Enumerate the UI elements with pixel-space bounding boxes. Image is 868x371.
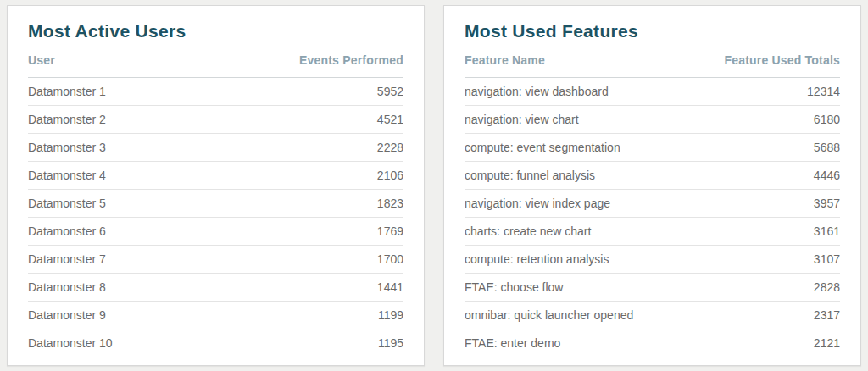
column-header-feature-used-totals: Feature Used Totals bbox=[653, 48, 841, 78]
row-label: Datamonster 2 bbox=[28, 106, 216, 134]
table-row: compute: funnel analysis4446 bbox=[465, 162, 840, 190]
row-value: 1769 bbox=[216, 218, 404, 246]
panel-title-most-used-features: Most Used Features bbox=[465, 21, 840, 42]
table-row: Datamonster 61769 bbox=[28, 218, 403, 246]
row-label: Datamonster 9 bbox=[28, 302, 216, 329]
row-label: FTAE: enter demo bbox=[465, 329, 653, 357]
table-header-row: Feature Name Feature Used Totals bbox=[465, 48, 840, 78]
table-row: Datamonster 71700 bbox=[28, 246, 403, 274]
row-label: charts: create new chart bbox=[465, 218, 653, 246]
row-value: 3957 bbox=[653, 190, 841, 218]
table-row: Datamonster 91199 bbox=[28, 302, 403, 329]
row-value: 5952 bbox=[216, 78, 404, 106]
table-header-row: User Events Performed bbox=[28, 48, 403, 78]
row-value: 4521 bbox=[216, 106, 404, 134]
row-label: Datamonster 6 bbox=[28, 218, 216, 246]
table-row: charts: create new chart3161 bbox=[465, 218, 840, 246]
dashboard: Most Active Users User Events Performed … bbox=[0, 0, 868, 371]
row-value: 2121 bbox=[653, 329, 841, 357]
row-value: 3161 bbox=[653, 218, 841, 246]
row-label: Datamonster 4 bbox=[28, 162, 216, 190]
table-row: Datamonster 15952 bbox=[28, 78, 403, 106]
table-row: Datamonster 32228 bbox=[28, 134, 403, 162]
row-label: Datamonster 8 bbox=[28, 274, 216, 302]
column-header-feature-name: Feature Name bbox=[465, 48, 653, 78]
table-row: compute: retention analysis3107 bbox=[465, 246, 840, 274]
row-label: navigation: view index page bbox=[465, 190, 653, 218]
row-label: Datamonster 10 bbox=[28, 329, 216, 357]
panel-most-active-users: Most Active Users User Events Performed … bbox=[7, 5, 425, 366]
row-label: Datamonster 3 bbox=[28, 134, 216, 162]
row-label: navigation: view chart bbox=[465, 106, 653, 134]
row-value: 2228 bbox=[216, 134, 404, 162]
row-label: omnibar: quick launcher opened bbox=[465, 302, 653, 329]
table-body: Datamonster 15952Datamonster 24521Datamo… bbox=[28, 78, 403, 357]
row-value: 1441 bbox=[216, 274, 404, 302]
table-row: navigation: view chart6180 bbox=[465, 106, 840, 134]
table-row: omnibar: quick launcher opened2317 bbox=[465, 302, 840, 329]
row-label: compute: event segmentation bbox=[465, 134, 653, 162]
table-row: Datamonster 101195 bbox=[28, 329, 403, 357]
table-row: Datamonster 42106 bbox=[28, 162, 403, 190]
table-row: navigation: view index page3957 bbox=[465, 190, 840, 218]
column-header-events-performed: Events Performed bbox=[216, 48, 404, 78]
table-row: Datamonster 81441 bbox=[28, 274, 403, 302]
table-row: Datamonster 24521 bbox=[28, 106, 403, 134]
row-value: 2106 bbox=[216, 162, 404, 190]
row-value: 5688 bbox=[653, 134, 841, 162]
table-row: FTAE: enter demo2121 bbox=[465, 329, 840, 357]
row-value: 2317 bbox=[653, 302, 841, 329]
row-label: compute: funnel analysis bbox=[465, 162, 653, 190]
row-label: Datamonster 1 bbox=[28, 78, 216, 106]
row-label: compute: retention analysis bbox=[465, 246, 653, 274]
most-active-users-table: User Events Performed Datamonster 15952D… bbox=[28, 48, 403, 357]
table-row: compute: event segmentation5688 bbox=[465, 134, 840, 162]
row-value: 1700 bbox=[216, 246, 404, 274]
row-value: 3107 bbox=[653, 246, 841, 274]
panel-title-most-active-users: Most Active Users bbox=[28, 21, 403, 42]
row-label: Datamonster 7 bbox=[28, 246, 216, 274]
row-value: 2828 bbox=[653, 274, 841, 302]
table-row: navigation: view dashboard12314 bbox=[465, 78, 840, 106]
row-label: FTAE: choose flow bbox=[465, 274, 653, 302]
row-value: 6180 bbox=[653, 106, 841, 134]
table-row: Datamonster 51823 bbox=[28, 190, 403, 218]
table-body: navigation: view dashboard12314navigatio… bbox=[465, 78, 840, 357]
panel-most-used-features: Most Used Features Feature Name Feature … bbox=[443, 5, 861, 366]
row-label: navigation: view dashboard bbox=[465, 78, 653, 106]
most-used-features-table: Feature Name Feature Used Totals navigat… bbox=[465, 48, 840, 357]
table-row: FTAE: choose flow2828 bbox=[465, 274, 840, 302]
row-value: 1195 bbox=[216, 329, 404, 357]
row-value: 4446 bbox=[653, 162, 841, 190]
row-value: 1823 bbox=[216, 190, 404, 218]
row-label: Datamonster 5 bbox=[28, 190, 216, 218]
column-header-user: User bbox=[28, 48, 216, 78]
row-value: 12314 bbox=[653, 78, 841, 106]
row-value: 1199 bbox=[216, 302, 404, 329]
